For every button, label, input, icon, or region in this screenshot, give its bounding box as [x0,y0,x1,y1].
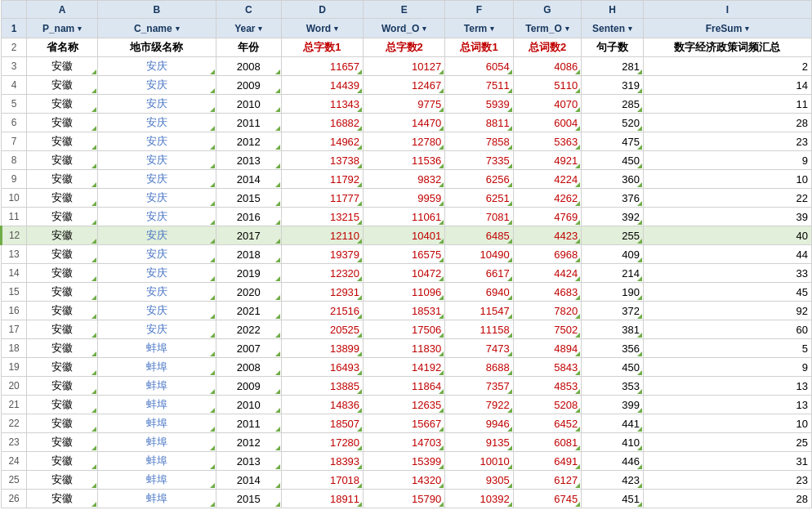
term-cell[interactable]: 6485 [445,226,514,245]
city-cell[interactable]: 蚌埠 [98,471,216,490]
table-row[interactable]: 4安徽安庆200914439124677511511031914 [2,76,812,95]
fresum-cell[interactable]: 92 [643,302,811,320]
city-cell[interactable]: 安庆 [98,114,216,132]
word-o-cell[interactable]: 14320 [364,471,445,490]
fresum-cell[interactable]: 9 [643,151,811,170]
col-header-D[interactable]: D [281,1,363,19]
year-cell[interactable]: 2021 [216,302,281,320]
city-cell[interactable]: 安庆 [98,132,216,151]
city-cell[interactable]: 安庆 [98,170,216,189]
table-row[interactable]: 21安徽蚌埠201014836126357922520839913 [2,396,812,414]
word-cell[interactable]: 21516 [281,302,363,320]
term-cell[interactable]: 10392 [445,490,514,508]
word-cell[interactable]: 17280 [281,433,363,452]
senten-cell[interactable]: 520 [582,114,644,132]
word-o-cell[interactable]: 10472 [364,264,445,283]
province-cell[interactable]: 安徽 [27,264,98,283]
filter-col-F[interactable]: Term ▾ [445,19,514,38]
senten-cell[interactable]: 319 [582,76,644,95]
table-row[interactable]: 7安徽安庆201214962127807858536347523 [2,132,812,151]
senten-cell[interactable]: 360 [582,170,644,189]
city-cell[interactable]: 蚌埠 [98,396,216,414]
word-cell[interactable]: 18911 [281,490,363,508]
word-cell[interactable]: 12110 [281,226,363,245]
word-o-cell[interactable]: 9775 [364,95,445,114]
fresum-cell[interactable]: 44 [643,245,811,264]
province-cell[interactable]: 安徽 [27,452,98,471]
year-cell[interactable]: 2009 [216,377,281,396]
table-row[interactable]: 25安徽蚌埠201417018143209305612742323 [2,471,812,490]
filter-col-A[interactable]: P_nam ▾ [27,19,98,38]
senten-cell[interactable]: 409 [582,245,644,264]
table-row[interactable]: 13安徽安庆2018193791657510490696840944 [2,245,812,264]
filter-col-B[interactable]: C_name ▾ [98,19,216,38]
city-cell[interactable]: 安庆 [98,95,216,114]
year-cell[interactable]: 2019 [216,264,281,283]
table-row[interactable]: 19安徽蚌埠20081649314192868858434509 [2,358,812,377]
senten-cell[interactable]: 255 [582,226,644,245]
word-o-cell[interactable]: 12635 [364,396,445,414]
senten-cell[interactable]: 451 [582,490,644,508]
senten-cell[interactable]: 450 [582,358,644,377]
filter-dropdown-C[interactable]: ▾ [258,25,262,33]
city-cell[interactable]: 安庆 [98,283,216,302]
senten-cell[interactable]: 281 [582,57,644,76]
word-cell[interactable]: 14439 [281,76,363,95]
senten-cell[interactable]: 441 [582,414,644,433]
city-cell[interactable]: 安庆 [98,245,216,264]
city-cell[interactable]: 蚌埠 [98,433,216,452]
col-header-B[interactable]: B [98,1,216,19]
table-row[interactable]: 2省名称地市级名称年份总字数1总字数2总词数1总词数2句子数数字经济政策词频汇总 [2,38,812,57]
city-cell[interactable]: 安庆 [98,320,216,339]
province-cell[interactable]: 安徽 [27,302,98,320]
word-o-cell[interactable]: 15667 [364,414,445,433]
word-cell[interactable]: 11657 [281,57,363,76]
term-o-cell[interactable]: 5110 [513,76,582,95]
filter-col-G[interactable]: Term_O ▾ [513,19,582,38]
word-cell[interactable]: 13738 [281,151,363,170]
term-cell[interactable]: 9946 [445,414,514,433]
word-cell[interactable]: 18393 [281,452,363,471]
year-cell[interactable]: 2012 [216,132,281,151]
col-header-H[interactable]: H [582,1,644,19]
senten-cell[interactable]: 214 [582,264,644,283]
word-o-cell[interactable]: 11061 [364,208,445,226]
fresum-cell[interactable]: 10 [643,414,811,433]
year-cell[interactable]: 2013 [216,452,281,471]
filter-col-H[interactable]: Senten ▾ [582,19,644,38]
word-o-cell[interactable]: 15399 [364,452,445,471]
word-cell[interactable]: 14962 [281,132,363,151]
word-cell[interactable]: 16493 [281,358,363,377]
word-o-cell[interactable]: 12780 [364,132,445,151]
senten-cell[interactable]: 399 [582,396,644,414]
word-cell[interactable]: 18507 [281,414,363,433]
fresum-cell[interactable]: 60 [643,320,811,339]
city-cell[interactable]: 安庆 [98,76,216,95]
word-cell[interactable]: 13899 [281,339,363,358]
year-cell[interactable]: 2012 [216,433,281,452]
word-cell[interactable]: 13215 [281,208,363,226]
year-cell[interactable]: 2016 [216,208,281,226]
word-o-cell[interactable]: 17506 [364,320,445,339]
word-o-cell[interactable]: 14703 [364,433,445,452]
word-o-cell[interactable]: 11830 [364,339,445,358]
province-cell[interactable]: 安徽 [27,339,98,358]
table-row[interactable]: 5安徽安庆20101134397755939407028511 [2,95,812,114]
province-cell[interactable]: 安徽 [27,95,98,114]
province-cell[interactable]: 安徽 [27,396,98,414]
year-cell[interactable]: 2017 [216,226,281,245]
table-row[interactable]: 23安徽蚌埠201217280147039135608141025 [2,433,812,452]
province-cell[interactable]: 安徽 [27,208,98,226]
fresum-cell[interactable]: 11 [643,95,811,114]
fresum-cell[interactable]: 40 [643,226,811,245]
year-cell[interactable]: 2015 [216,189,281,208]
term-cell[interactable]: 7922 [445,396,514,414]
fresum-cell[interactable]: 14 [643,76,811,95]
province-cell[interactable]: 安徽 [27,189,98,208]
year-cell[interactable]: 2010 [216,95,281,114]
filter-dropdown-D[interactable]: ▾ [334,25,338,33]
table-row[interactable]: 10安徽安庆20151177799596251426237622 [2,189,812,208]
table-row[interactable]: 6安徽安庆201116882144708811600452028 [2,114,812,132]
word-cell[interactable]: 11777 [281,189,363,208]
word-o-cell[interactable]: 11096 [364,283,445,302]
